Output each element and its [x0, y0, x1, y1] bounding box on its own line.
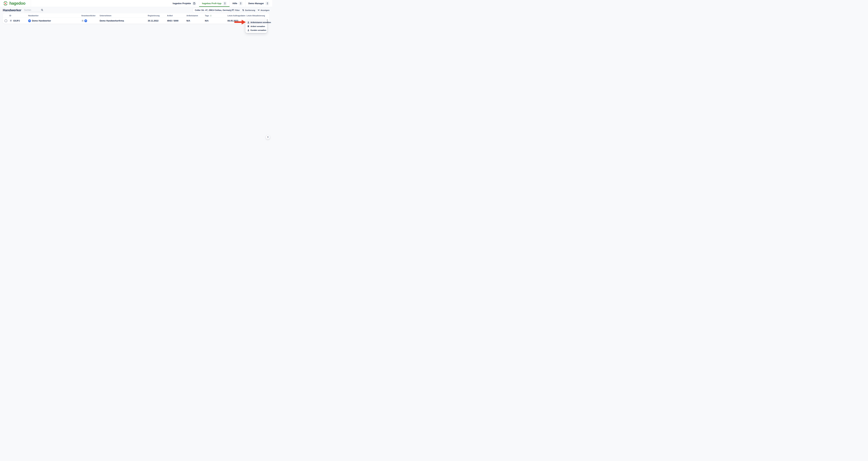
nav-item-label: hagedoo Projekte [173, 2, 191, 5]
sort-arrows-icon [242, 9, 244, 11]
search-field[interactable] [24, 8, 43, 12]
top-bar: h hagedoo hagedoo Projekte hagebau Profi… [0, 0, 272, 7]
row-id-cell: # E0JPJ [9, 19, 28, 22]
display-button[interactable]: Anzeigen [258, 9, 270, 11]
column-header-registrierung[interactable]: Registrierung [148, 14, 167, 17]
column-header-unternehmen[interactable]: Unternehmen [100, 14, 148, 17]
row-registrierung-cell: 30.11.2022 [148, 20, 167, 22]
column-header-verantwortlicher[interactable]: Verantwortlicher [81, 14, 100, 17]
row-handwerker-name: Demo Handwerker [32, 20, 51, 22]
filter-funnel-icon [232, 9, 234, 11]
svg-text:h: h [5, 2, 6, 5]
nav-item-label: hagebau Profi-App [202, 2, 221, 5]
toolbar-right-group: Celler Str. 47, 29614 Soltau, Germany Fi… [193, 8, 270, 13]
verantwortlicher-avatar[interactable]: NS [84, 20, 87, 22]
unfold-more-icon[interactable] [266, 2, 269, 5]
nav-hagedoo-projekte[interactable]: hagedoo Projekte [170, 0, 199, 7]
sync-icon[interactable] [81, 20, 84, 22]
row-artikel-cell: 4943 / 5000 [167, 20, 186, 22]
menu-item-artikel-verwalten[interactable]: Artikel verwalten [246, 25, 266, 28]
row-select-cell [3, 20, 9, 22]
hash-icon: # [9, 19, 12, 22]
column-header-id[interactable]: ID [9, 14, 28, 17]
row-unternehmen-cell: Demo Handwerkerfirma [100, 20, 148, 22]
help-button[interactable]: ? [266, 135, 270, 139]
nav-hagebau-profi-app[interactable]: hagebau Profi-App [199, 0, 229, 7]
sort-button[interactable]: Sortierung [242, 9, 255, 11]
menu-item-kunden-verwalten[interactable]: Kunden verwalten [246, 28, 266, 32]
sort-button-label: Sortierung [245, 9, 255, 11]
user-gear-icon [247, 21, 249, 24]
column-header-letzte-auftragsdaten[interactable]: Letzte Auftragsdaten [227, 14, 247, 17]
nav-hilfe[interactable]: Hilfe [230, 0, 245, 7]
app-logo[interactable]: h hagedoo [0, 0, 31, 7]
document-gear-icon [247, 25, 249, 27]
user-gear-icon [247, 29, 249, 31]
location-select[interactable]: Celler Str. 47, 29614 Soltau, Germany [193, 8, 229, 13]
menu-item-label: Artikelstamm verwalten [250, 21, 271, 24]
handwerker-table: ID Handwerker Verantwortlicher Unternehm… [3, 13, 270, 24]
search-input[interactable] [24, 9, 40, 11]
handwerker-avatar: DH [28, 20, 31, 22]
table-row[interactable]: # E0JPJ DH Demo Handwerker NS Demo Handw… [3, 18, 270, 24]
column-header-artikelstamm[interactable]: Artikelstamm [186, 14, 205, 17]
nav-demo-manager[interactable]: Demo Manager [245, 0, 272, 7]
column-header-tags-label: Tags [205, 14, 209, 17]
unfold-more-icon[interactable] [223, 2, 227, 5]
header-actions-spacer [265, 14, 270, 18]
row-tags-cell: N/A [205, 20, 227, 22]
topbar-spacer [31, 0, 170, 7]
nav-item-label: Demo Manager [248, 2, 264, 5]
info-icon[interactable]: i [210, 14, 212, 17]
column-header-letzte-aktualisierung[interactable]: Letzte Aktualisierung [247, 14, 265, 17]
hagedoo-hexagon-icon: h [3, 1, 8, 6]
page-title: Handwerker [3, 8, 21, 12]
menu-item-label: Kunden verwalten [250, 29, 266, 31]
filter-button[interactable]: Filter [232, 9, 240, 11]
menu-item-label: Artikel verwalten [250, 25, 265, 27]
row-artikelstamm-cell: N/A [186, 20, 205, 22]
location-select-value: Celler Str. 47, 29614 Soltau, Germany [195, 9, 231, 11]
display-lines-icon [258, 9, 260, 11]
search-icon[interactable] [41, 9, 43, 11]
row-context-menu: Artikelstamm verwalten Artikel verwalten… [245, 20, 267, 33]
column-header-handwerker[interactable]: Handwerker [28, 14, 81, 17]
row-id-value: E0JPJ [13, 20, 20, 22]
filter-button-label: Filter [235, 9, 240, 11]
row-verantwortlicher-cell: NS [81, 20, 100, 22]
document-icon[interactable] [192, 2, 196, 5]
menu-item-artikelstamm-verwalten[interactable]: Artikelstamm verwalten [246, 21, 266, 25]
row-checkbox[interactable] [5, 20, 7, 22]
logo-wordmark: hagedoo [9, 1, 25, 6]
page-toolbar: Handwerker Celler Str. 47, 29614 Soltau,… [0, 7, 272, 13]
unfold-more-icon[interactable] [239, 2, 243, 5]
column-header-artikel[interactable]: Artikel [167, 14, 186, 17]
table-header-row: ID Handwerker Verantwortlicher Unternehm… [3, 13, 270, 18]
nav-item-label: Hilfe [232, 2, 237, 5]
display-button-label: Anzeigen [260, 9, 270, 11]
row-handwerker-cell[interactable]: DH Demo Handwerker [28, 20, 81, 22]
column-header-tags[interactable]: Tags i [205, 14, 227, 17]
row-letzte-auftragsdaten-cell: 08.05.2023 [227, 20, 247, 22]
